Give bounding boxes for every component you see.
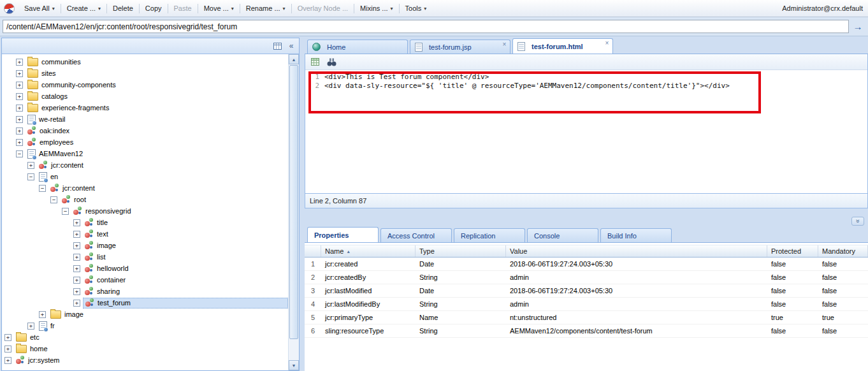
expand-node-icon[interactable]: + bbox=[16, 70, 23, 77]
column-header-name[interactable]: Name▲ bbox=[321, 245, 416, 257]
tree-node-test-forum[interactable]: +test_forum bbox=[2, 297, 288, 309]
collapse-node-icon[interactable]: − bbox=[50, 196, 57, 203]
toolbar-button-delete[interactable]: Delete bbox=[108, 3, 138, 14]
column-header-type[interactable]: Type bbox=[416, 245, 506, 257]
tab-console[interactable]: Console bbox=[527, 228, 598, 242]
table-row[interactable]: 6sling:resourceTypeStringAEMMaven12/comp… bbox=[305, 324, 868, 338]
tree-node-title[interactable]: +title bbox=[2, 217, 288, 228]
tree-node-image[interactable]: +image bbox=[2, 240, 288, 251]
expand-node-icon[interactable]: + bbox=[16, 139, 23, 146]
tree-node-list[interactable]: +list bbox=[2, 251, 288, 263]
expand-node-icon[interactable]: + bbox=[73, 219, 80, 226]
tab-access-control[interactable]: Access Control bbox=[380, 228, 452, 242]
expand-node-icon[interactable]: + bbox=[73, 254, 80, 261]
collapse-node-icon[interactable]: − bbox=[39, 185, 46, 192]
expand-node-icon[interactable]: + bbox=[16, 59, 23, 66]
tab-test-forum-html[interactable]: test-forum.html× bbox=[512, 38, 613, 54]
table-row[interactable]: 5jcr:primaryTypeNament:unstructuredtruet… bbox=[305, 311, 868, 324]
tree-node-home[interactable]: +home bbox=[2, 343, 288, 354]
tree-node-responsivegrid[interactable]: −responsivegrid bbox=[2, 205, 288, 217]
expand-node-icon[interactable]: + bbox=[4, 346, 11, 353]
scrollbar-thumb[interactable] bbox=[289, 65, 298, 339]
tree-node-we-retail[interactable]: +we-retail bbox=[2, 113, 288, 125]
tree-node-communities[interactable]: +communities bbox=[2, 56, 288, 68]
expand-node-icon[interactable]: + bbox=[73, 265, 80, 272]
toolbar-button-copy[interactable]: Copy bbox=[141, 3, 166, 14]
toolbar-button-paste[interactable]: Paste bbox=[170, 3, 196, 14]
tree-scrollbar[interactable]: ▲ ▼ bbox=[288, 54, 299, 370]
collapse-panel-icon[interactable]: « bbox=[286, 41, 297, 52]
row-number: 1 bbox=[305, 258, 321, 270]
tree-node-etc[interactable]: +etc bbox=[2, 331, 288, 343]
toolbar-button-tools[interactable]: Tools▾ bbox=[401, 3, 431, 14]
tab-properties[interactable]: Properties bbox=[307, 227, 379, 242]
expand-node-icon[interactable]: + bbox=[16, 105, 23, 112]
collapse-bottom-panel-icon[interactable]: « bbox=[851, 217, 864, 226]
table-row[interactable]: 2jcr:createdByStringadminfalsefalse bbox=[305, 271, 868, 284]
scroll-up-icon[interactable]: ▲ bbox=[289, 54, 299, 64]
expand-node-icon[interactable]: + bbox=[16, 127, 23, 135]
expand-node-icon[interactable]: + bbox=[73, 288, 80, 295]
column-header-mandatory[interactable]: Mandatory bbox=[818, 245, 868, 257]
toolbar-button-mixins[interactable]: Mixins ...▾ bbox=[356, 3, 397, 14]
vertical-splitter[interactable] bbox=[300, 38, 305, 371]
tree-node-fr[interactable]: +fr bbox=[2, 320, 288, 331]
toolbar-button-save-all[interactable]: Save All▾ bbox=[20, 3, 59, 14]
expand-node-icon[interactable]: + bbox=[27, 162, 34, 169]
collapse-node-icon[interactable]: − bbox=[16, 150, 23, 157]
tree-node-experience-fragments[interactable]: +experience-fragments bbox=[2, 102, 288, 113]
tree-node-helloworld[interactable]: +helloworld bbox=[2, 263, 288, 274]
tree-node-catalogs[interactable]: +catalogs bbox=[2, 91, 288, 102]
expand-node-icon[interactable]: + bbox=[39, 311, 46, 318]
tree-node-sharing[interactable]: +sharing bbox=[2, 286, 288, 297]
expand-node-icon[interactable]: + bbox=[27, 323, 34, 330]
toolbar-button-create[interactable]: Create ...▾ bbox=[62, 3, 105, 14]
path-input[interactable] bbox=[3, 20, 849, 33]
tab-build-info[interactable]: Build Info bbox=[600, 228, 672, 242]
tree-node-jcr-system[interactable]: +jcr:system bbox=[2, 354, 288, 366]
grid-icon[interactable] bbox=[309, 56, 321, 68]
tree-indent bbox=[4, 268, 73, 269]
grid-icon[interactable] bbox=[271, 41, 283, 52]
expand-node-icon[interactable]: + bbox=[16, 93, 23, 100]
close-icon[interactable]: × bbox=[604, 40, 611, 47]
toolbar-button-move[interactable]: Move ...▾ bbox=[199, 3, 238, 14]
expand-node-icon[interactable]: + bbox=[73, 277, 80, 284]
code-editor[interactable]: 1<div>This is Test forum component</div>… bbox=[305, 70, 867, 193]
go-arrow-button[interactable]: → bbox=[850, 19, 865, 34]
tree-node-image[interactable]: +image bbox=[2, 309, 288, 320]
table-row[interactable]: 4jcr:lastModifiedByStringadminfalsefalse bbox=[305, 298, 868, 311]
tree-node-aemmaven12[interactable]: −AEMMaven12 bbox=[2, 148, 288, 159]
table-row[interactable]: 3jcr:lastModifiedDate2018-06-06T19:27:24… bbox=[305, 284, 868, 298]
table-row[interactable]: 1jcr:createdDate2018-06-06T19:27:24.003+… bbox=[305, 258, 868, 271]
close-icon[interactable]: × bbox=[501, 41, 508, 48]
expand-node-icon[interactable]: + bbox=[73, 300, 80, 307]
collapse-node-icon[interactable]: − bbox=[27, 173, 34, 180]
expand-node-icon[interactable]: + bbox=[4, 334, 11, 341]
tree-node-container[interactable]: +container bbox=[2, 274, 288, 286]
expand-node-icon[interactable]: + bbox=[16, 82, 23, 89]
expand-node-icon[interactable]: + bbox=[73, 242, 80, 249]
tree-node-sites[interactable]: +sites bbox=[2, 68, 288, 79]
tab-test-forum-jsp[interactable]: test-forum.jsp× bbox=[410, 40, 510, 54]
tree-node-community-components[interactable]: +community-components bbox=[2, 79, 288, 91]
expand-node-icon[interactable]: + bbox=[4, 357, 11, 364]
tree-node-root[interactable]: −root bbox=[2, 194, 288, 205]
tab-replication[interactable]: Replication bbox=[454, 228, 525, 242]
tree-node-jcr-content[interactable]: +jcr:content bbox=[2, 159, 288, 171]
toolbar-button-overlay-node[interactable]: Overlay Node ... bbox=[293, 3, 352, 14]
tree-node-employees[interactable]: +employees bbox=[2, 136, 288, 148]
tree-node-text[interactable]: +text bbox=[2, 228, 288, 240]
tab-home[interactable]: Home bbox=[307, 40, 408, 54]
column-header-protected[interactable]: Protected bbox=[767, 245, 818, 257]
scroll-down-icon[interactable]: ▼ bbox=[289, 360, 299, 370]
tree-node-oak-index[interactable]: +oak:index bbox=[2, 125, 288, 136]
tree-node-jcr-content[interactable]: −jcr:content bbox=[2, 182, 288, 194]
column-header-value[interactable]: Value bbox=[506, 245, 767, 257]
expand-node-icon[interactable]: + bbox=[73, 231, 80, 238]
collapse-node-icon[interactable]: − bbox=[62, 208, 69, 215]
toolbar-button-rename[interactable]: Rename ...▾ bbox=[242, 3, 290, 14]
search-icon[interactable] bbox=[326, 56, 337, 68]
expand-node-icon[interactable]: + bbox=[16, 116, 23, 123]
tree-node-en[interactable]: −en bbox=[2, 171, 288, 182]
